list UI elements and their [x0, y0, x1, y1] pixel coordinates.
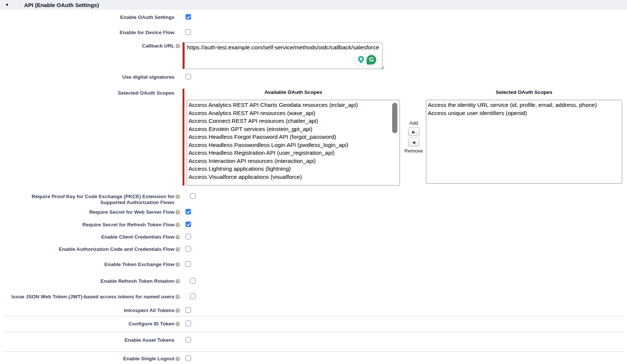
- enable-single-logout-label: Enable Single Logout?: [0, 355, 174, 362]
- configure-id-token-label: Configure ID Token?: [0, 320, 174, 327]
- enable-auth-code-credentials-checkbox[interactable]: [186, 246, 191, 252]
- section-title: API (Enable OAuth Settings): [24, 2, 99, 8]
- use-digital-signatures-label: Use digital signatures: [0, 73, 174, 80]
- require-secret-web-server-label: Require Secret for Web Server Flow?: [0, 209, 174, 215]
- enable-oauth-settings-checkbox[interactable]: [186, 14, 191, 20]
- help-icon[interactable]: ?: [175, 235, 180, 239]
- row-enable-client-credentials: Enable Client Credentials Flow?: [0, 233, 627, 240]
- add-scope-button[interactable]: ▶: [408, 127, 420, 136]
- scope-option[interactable]: Access Headless Registration API (user_r…: [188, 149, 400, 157]
- help-icon[interactable]: ?: [175, 210, 180, 214]
- required-indicator: [183, 89, 184, 186]
- row-configure-id-token: Configure ID Token?: [0, 320, 627, 327]
- row-callback-url: Callback URL? https://auth-test.example.…: [0, 42, 627, 69]
- remove-scope-button[interactable]: ◀: [408, 138, 420, 147]
- help-icon[interactable]: ?: [175, 295, 180, 299]
- row-enable-refresh-token-rotation: Enable Refresh Token Rotation?: [0, 278, 627, 284]
- row-issue-jwt-tokens: Issue JSON Web Token (JWT)-based access …: [0, 293, 627, 300]
- enable-client-credentials-checkbox[interactable]: [186, 234, 191, 239]
- row-introspect-all-tokens: Introspect All Tokens?: [0, 307, 627, 314]
- enable-token-exchange-checkbox[interactable]: [186, 261, 191, 267]
- row-enable-oauth-settings: Enable OAuth Settings: [0, 14, 627, 20]
- scope-option[interactable]: Access the identity URL service (id, pro…: [428, 101, 622, 109]
- selected-scopes-title: Selected OAuth Scopes: [426, 89, 622, 95]
- scrollbar-thumb[interactable]: [392, 103, 397, 133]
- divider: [4, 316, 624, 317]
- enable-auth-code-credentials-label: Enable Authorization Code and Credential…: [0, 246, 174, 252]
- right-arrow-icon: ▶: [412, 130, 415, 134]
- enable-single-logout-checkbox[interactable]: [186, 355, 191, 361]
- divider: [4, 351, 624, 352]
- help-icon[interactable]: ?: [175, 322, 180, 326]
- help-icon[interactable]: ?: [175, 194, 180, 199]
- scope-option[interactable]: Access Interaction API resources (intera…: [188, 157, 400, 165]
- row-use-digital-signatures: Use digital signatures: [0, 73, 627, 80]
- scope-option[interactable]: Access Einstein GPT services (einstein_g…: [188, 125, 400, 133]
- use-digital-signatures-checkbox[interactable]: [186, 74, 191, 79]
- scope-move-controls: Add ▶ ◀ Remove: [403, 120, 424, 154]
- row-enable-auth-code-credentials: Enable Authorization Code and Credential…: [0, 246, 627, 252]
- scope-option[interactable]: Access Connect REST API resources (chatt…: [188, 117, 400, 125]
- divider: [4, 332, 624, 332]
- add-label: Add: [409, 120, 418, 126]
- suggestion-lightbulb-icon[interactable]: [356, 55, 366, 65]
- help-icon[interactable]: ?: [175, 223, 180, 227]
- callback-url-label: Callback URL?: [0, 42, 174, 49]
- enable-refresh-token-rotation-label: Enable Refresh Token Rotation?: [0, 278, 174, 284]
- scope-option[interactable]: Access Analytics REST API resources (wav…: [188, 109, 400, 117]
- enable-oauth-settings-label: Enable OAuth Settings: [0, 14, 174, 20]
- introspect-all-tokens-checkbox[interactable]: [186, 307, 191, 313]
- require-pkce-checkbox[interactable]: [190, 193, 196, 199]
- enable-refresh-token-rotation-checkbox[interactable]: [190, 278, 196, 283]
- available-scopes-title: Available OAuth Scopes: [187, 89, 400, 95]
- row-require-secret-web-server: Require Secret for Web Server Flow?: [0, 209, 627, 215]
- section-header: ▼ API (Enable OAuth Settings): [0, 0, 627, 10]
- row-enable-single-logout: Enable Single Logout?: [0, 355, 627, 362]
- scope-option[interactable]: Access Visualforce applications (visualf…: [188, 173, 400, 181]
- help-icon[interactable]: ?: [175, 279, 180, 283]
- scope-option[interactable]: Access Lightning applications (lightning…: [188, 165, 400, 173]
- help-icon[interactable]: ?: [175, 44, 180, 48]
- row-enable-asset-tokens: Enable Asset Tokens: [0, 337, 627, 343]
- issue-jwt-tokens-label: Issue JSON Web Token (JWT)-based access …: [0, 293, 174, 300]
- enable-asset-tokens-checkbox[interactable]: [186, 337, 191, 342]
- scope-option[interactable]: Access Headless Forgot Password API (for…: [188, 133, 400, 141]
- available-scopes-listbox[interactable]: Access Analytics REST API Charts Geodata…: [187, 100, 400, 186]
- help-icon[interactable]: ?: [175, 247, 180, 252]
- row-require-pkce: Require Proof Key for Code Exchange (PKC…: [0, 193, 627, 206]
- scope-option[interactable]: Access Analytics REST API Charts Geodata…: [188, 101, 400, 109]
- collapse-arrow-icon[interactable]: ▼: [5, 3, 16, 7]
- issue-jwt-tokens-checkbox[interactable]: [190, 294, 196, 299]
- enable-asset-tokens-label: Enable Asset Tokens: [0, 337, 174, 343]
- scope-option[interactable]: Access Headless Passwordless Login API (…: [188, 141, 400, 149]
- enable-client-credentials-label: Enable Client Credentials Flow?: [0, 233, 174, 240]
- textarea-resize-handle[interactable]: [380, 65, 384, 71]
- help-icon[interactable]: ?: [175, 262, 180, 267]
- require-secret-web-server-checkbox[interactable]: [186, 209, 191, 214]
- callback-url-input[interactable]: https://auth-test.example.com/self-servi…: [184, 42, 383, 69]
- enable-device-flow-label: Enable for Device Flow: [0, 29, 174, 36]
- help-icon[interactable]: ?: [175, 308, 180, 313]
- require-secret-refresh-token-label: Require Secret for Refresh Token Flow?: [0, 221, 174, 228]
- introspect-all-tokens-label: Introspect All Tokens?: [0, 307, 174, 314]
- left-arrow-icon: ◀: [412, 140, 415, 144]
- enable-device-flow-checkbox[interactable]: [186, 29, 191, 35]
- grammarly-g-icon[interactable]: G: [367, 55, 376, 65]
- editor-assistant-overlay: G: [355, 54, 378, 66]
- row-enable-device-flow: Enable for Device Flow: [0, 29, 627, 36]
- require-secret-refresh-token-checkbox[interactable]: [186, 222, 191, 227]
- configure-id-token-checkbox[interactable]: [186, 321, 191, 326]
- selected-scopes-listbox[interactable]: Access the identity URL service (id, pro…: [426, 100, 622, 184]
- row-require-secret-refresh-token: Require Secret for Refresh Token Flow?: [0, 221, 627, 228]
- enable-token-exchange-label: Enable Token Exchange Flow?: [0, 261, 174, 268]
- oauth-scopes-section: Selected OAuth Scopes Available OAuth Sc…: [0, 88, 627, 188]
- require-pkce-label: Require Proof Key for Code Exchange (PKC…: [0, 193, 174, 206]
- help-icon[interactable]: ?: [175, 357, 180, 361]
- row-enable-token-exchange: Enable Token Exchange Flow?: [0, 261, 627, 268]
- remove-label: Remove: [404, 148, 423, 154]
- scope-option[interactable]: Access unique user identifiers (openid): [428, 109, 622, 117]
- selected-oauth-scopes-row-label: Selected OAuth Scopes: [0, 89, 174, 96]
